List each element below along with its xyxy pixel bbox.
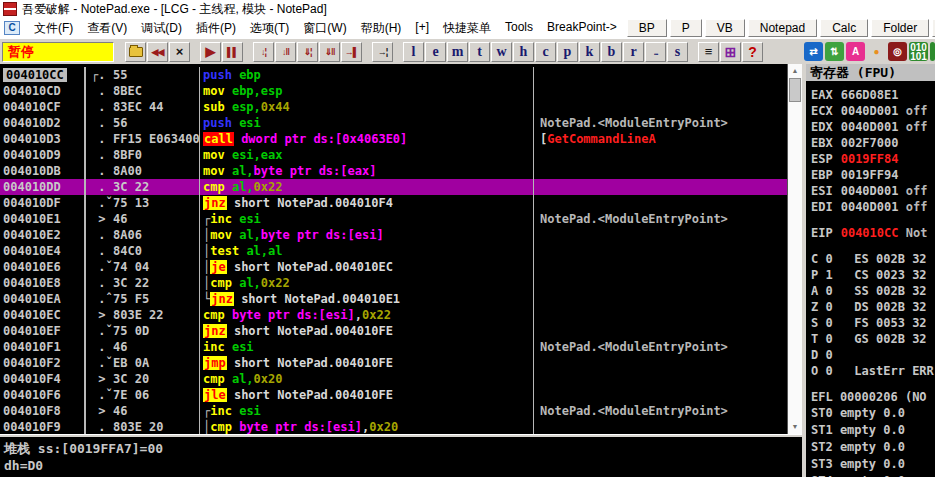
- fpu-register-row[interactable]: ST3 empty 0.0: [811, 456, 935, 473]
- open-file-button[interactable]: [125, 42, 146, 62]
- flag-row[interactable]: D 0: [811, 347, 935, 363]
- disasm-row[interactable]: 004010F9 .803E 20│cmp byte ptr ds:[esi],…: [0, 419, 787, 434]
- menu-item[interactable]: [+]: [408, 20, 436, 37]
- disasm-row[interactable]: 004010DF .ˇ75 13jnz short NotePad.004010…: [0, 195, 787, 211]
- view-log-button[interactable]: l: [403, 42, 424, 62]
- disasm-row[interactable]: 004010D2 .56push esiNotePad.<ModuleEntry…: [0, 115, 787, 131]
- registers-header[interactable]: 寄存器 (FPU): [806, 64, 935, 81]
- disasm-vertical-scrollbar[interactable]: ▲ ▼: [787, 64, 802, 434]
- menu-item[interactable]: 窗口(W): [296, 20, 353, 37]
- disasm-row[interactable]: 004010EF .ˇ75 0Djnz short NotePad.004010…: [0, 323, 787, 339]
- registers-panel[interactable]: 寄存器 (FPU) EAX666D08E1ECX0040D001 offEDX0…: [806, 64, 935, 477]
- disasm-row[interactable]: 004010F1 .46inc esiNotePad.<ModuleEntryP…: [0, 339, 787, 355]
- disasm-row[interactable]: 004010F6 .ˇ7E 06jle short NotePad.004010…: [0, 387, 787, 403]
- register-row-edi[interactable]: EDI0040D001 off: [811, 199, 935, 215]
- close-button[interactable]: ×: [169, 42, 190, 62]
- disasm-row[interactable]: 004010D3 .FF15 E0634000call dword ptr ds…: [0, 131, 787, 147]
- flag-row[interactable]: T 0 GS 002B 32: [811, 331, 935, 347]
- flag-row[interactable]: Z 0 DS 002B 32: [811, 299, 935, 315]
- quick-button-vb[interactable]: VB: [705, 19, 745, 37]
- flag-row[interactable]: C 0 ES 002B 32: [811, 251, 935, 267]
- menu-item[interactable]: Tools: [498, 20, 540, 37]
- scroll-up-icon[interactable]: ▲: [788, 64, 802, 77]
- menu-item[interactable]: 文件(F): [27, 20, 80, 37]
- quick-button-bp[interactable]: BP: [627, 19, 667, 37]
- fpu-register-row[interactable]: ST2 empty 0.0: [811, 439, 935, 456]
- pause-button[interactable]: ▌▌: [222, 42, 243, 62]
- menu-item[interactable]: 插件(P): [189, 20, 243, 37]
- disasm-row[interactable]: 004010CF .83EC 44sub esp,0x44: [0, 99, 787, 115]
- menu-item[interactable]: 快捷菜单: [436, 20, 498, 37]
- disasm-row[interactable]: 004010E6 .ˇ74 04│je short NotePad.004010…: [0, 259, 787, 275]
- plugin-edge-icon[interactable]: [930, 42, 935, 61]
- menu-item[interactable]: 调试(D): [134, 20, 189, 37]
- scroll-down-icon[interactable]: ▼: [788, 420, 802, 433]
- disasm-row[interactable]: 004010F2 .ˇEB 0Ajmp short NotePad.004010…: [0, 355, 787, 371]
- view-threads-button[interactable]: t: [469, 42, 490, 62]
- view-breakpoints-button[interactable]: b: [601, 42, 622, 62]
- menu-item[interactable]: 选项(T): [243, 20, 296, 37]
- register-row-ebp[interactable]: EBP0019FF94: [811, 167, 935, 183]
- quick-button-folder[interactable]: Folder: [871, 19, 929, 37]
- disasm-row[interactable]: 004010D9 .8BF0mov esi,eax: [0, 147, 787, 163]
- animate-into-button[interactable]: ⇓¦: [297, 42, 318, 62]
- register-row-esi[interactable]: ESI0040D001 off: [811, 183, 935, 199]
- appearance-button[interactable]: ⊞: [720, 42, 741, 62]
- view-executables-button[interactable]: e: [425, 42, 446, 62]
- register-row-esp[interactable]: ESP0019FF84: [811, 151, 935, 167]
- register-row-eax[interactable]: EAX666D08E1: [811, 87, 935, 103]
- eflags-row[interactable]: EFL 00000206 (NO: [811, 389, 935, 405]
- execute-till-return-button[interactable]: →▌: [341, 42, 362, 62]
- flag-row[interactable]: O 0 LastErr ERR: [811, 363, 935, 379]
- view-source-button[interactable]: s: [667, 42, 688, 62]
- quick-button-notepad[interactable]: Notepad: [748, 19, 817, 37]
- disasm-row[interactable]: 004010DD .3C 22cmp al,0x22: [0, 179, 787, 195]
- view-runtrace-button[interactable]: ...: [645, 42, 666, 62]
- cpu-window-icon[interactable]: C: [4, 21, 20, 35]
- disasm-row[interactable]: 004010E1 >46┌inc esiNotePad.<ModuleEntry…: [0, 211, 787, 227]
- disassembly-panel[interactable]: 004010CC┌.55push ebp004010CD .8BECmov eb…: [0, 64, 787, 434]
- disasm-row[interactable]: 004010CC┌.55push ebp: [0, 67, 787, 83]
- disasm-row[interactable]: 004010E2 .8A06│mov al,byte ptr ds:[esi]: [0, 227, 787, 243]
- register-row-edx[interactable]: EDX0040D001 off: [811, 119, 935, 135]
- disasm-row[interactable]: 004010CD .8BECmov ebp,esp: [0, 83, 787, 99]
- disasm-row[interactable]: 004010E8 .3C 22│cmp al,0x22: [0, 275, 787, 291]
- menu-item[interactable]: BreakPoint->: [540, 20, 624, 37]
- disasm-row[interactable]: 004010EC >803E 22cmp byte ptr ds:[esi],0…: [0, 307, 787, 323]
- disasm-row[interactable]: 004010E4 .84C0│test al,al: [0, 243, 787, 259]
- view-references-button[interactable]: r: [623, 42, 644, 62]
- register-row-eip[interactable]: EIP004010CC Not: [811, 225, 935, 241]
- fpu-register-row[interactable]: ST4 empty 0.0: [811, 473, 935, 477]
- plugin-sync-icon[interactable]: ⇅: [825, 42, 844, 61]
- disasm-row[interactable]: 004010F8 >46┌inc esiNotePad.<ModuleEntry…: [0, 403, 787, 419]
- flag-row[interactable]: S 0 FS 0053 32: [811, 315, 935, 331]
- view-callstack-button[interactable]: k: [579, 42, 600, 62]
- plugin-analyze-icon[interactable]: A: [846, 42, 865, 61]
- disasm-row[interactable]: 004010DB .8A00mov al,byte ptr ds:[eax]: [0, 163, 787, 179]
- options-list-button[interactable]: ≡: [698, 42, 719, 62]
- step-into-button[interactable]: ↓¦: [253, 42, 274, 62]
- help-button[interactable]: ?: [742, 42, 763, 62]
- animate-over-button[interactable]: ⇓‖: [319, 42, 340, 62]
- disasm-row[interactable]: 004010EA .ˆ75 F5└jnz short NotePad.00401…: [0, 291, 787, 307]
- view-cpu-button[interactable]: c: [535, 42, 556, 62]
- menu-item[interactable]: 查看(V): [80, 20, 134, 37]
- restart-button[interactable]: ◀◀: [147, 42, 168, 62]
- quick-button-p[interactable]: P: [670, 19, 702, 37]
- register-row-ebx[interactable]: EBX002F7000: [811, 135, 935, 151]
- run-button[interactable]: ▶: [200, 42, 221, 62]
- plugin-swap-icon[interactable]: ⇄: [804, 42, 823, 61]
- go-to-button[interactable]: →¦: [372, 42, 393, 62]
- flag-row[interactable]: A 0 SS 002B 32: [811, 283, 935, 299]
- menu-item[interactable]: 帮助(H): [354, 20, 409, 37]
- view-memory-button[interactable]: m: [447, 42, 468, 62]
- view-patches-button[interactable]: p: [557, 42, 578, 62]
- view-windows-button[interactable]: w: [491, 42, 512, 62]
- fpu-register-row[interactable]: ST0 empty 0.0: [811, 405, 935, 422]
- plugin-target-icon[interactable]: ◎: [888, 42, 907, 61]
- fpu-register-row[interactable]: ST1 empty 0.0: [811, 422, 935, 439]
- quick-button-calc[interactable]: Calc: [820, 19, 868, 37]
- disasm-row[interactable]: 004010F4 >3C 20cmp al,0x20: [0, 371, 787, 387]
- view-handles-button[interactable]: h: [513, 42, 534, 62]
- scroll-thumb[interactable]: [789, 78, 801, 102]
